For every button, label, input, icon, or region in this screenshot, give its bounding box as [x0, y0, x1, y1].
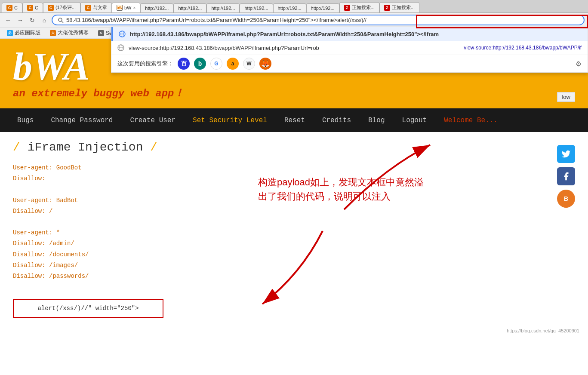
tab-label-10: http://192... — [278, 6, 302, 11]
tab-label-6: http://192... — [145, 6, 169, 11]
content-area: / iFrame Injection / User-agent: GoodBot… — [13, 141, 548, 318]
browser-tabs: C C C C C (17条评... C 与文章 bW bW × http://… — [0, 0, 588, 13]
nav-credits[interactable]: Credits — [314, 109, 360, 132]
nav-set-security-level[interactable]: Set Security Level — [184, 109, 276, 132]
svg-line-1 — [62, 21, 63, 23]
tab-6[interactable]: http://192... — [140, 3, 173, 12]
robots-line-5: Disallow: / — [13, 206, 548, 217]
globe-icon — [119, 31, 126, 37]
tab-10[interactable]: http://192... — [273, 3, 306, 12]
bookmark-biyingjb[interactable]: 必 必应国际版 — [3, 28, 44, 37]
nav-bar: Bugs Change Password Create User Set Sec… — [0, 108, 588, 132]
nav-create-user[interactable]: Create User — [121, 109, 184, 132]
reload-button[interactable]: ↻ — [28, 15, 37, 25]
tab-label-11: http://192... — [311, 6, 335, 11]
tab-4[interactable]: C 与文章 — [80, 2, 112, 12]
security-badge: low — [557, 92, 575, 102]
search-engines-label: 这次要用的搜索引擎： — [117, 60, 173, 68]
address-bar-row: ← → ↻ ⌂ — [0, 13, 588, 28]
settings-icon[interactable]: ⚙ — [576, 60, 582, 68]
tab-close-bwapp[interactable]: × — [133, 6, 135, 10]
tab-favicon-3: C — [48, 5, 54, 11]
tab-9[interactable]: http://192... — [240, 3, 273, 12]
payload-container: alert(/xss/)//" width="250"> — [13, 290, 548, 318]
address-input[interactable] — [66, 17, 579, 23]
autocomplete-dropdown: http://192.168.43.186/bwapp/bWAPP/iframe… — [111, 27, 588, 73]
payload-box: alert(/xss/)//" width="250"> — [13, 299, 163, 318]
autocomplete-text-2: view-source:http://192.168.43.186/bwapp/… — [129, 45, 453, 51]
tab-label-9: http://192... — [244, 6, 268, 11]
tab-12[interactable]: Z 正如搜索... — [339, 2, 379, 12]
tab-7[interactable]: http://192... — [173, 3, 206, 12]
tab-label-12: 正如搜索... — [352, 4, 375, 11]
nav-blog[interactable]: Blog — [360, 109, 393, 132]
bookmark-favicon-2: 大 — [50, 30, 56, 36]
nav-bugs[interactable]: Bugs — [9, 109, 42, 132]
autocomplete-item-1[interactable]: http://192.168.43.186/bwapp/bWAPP/iframe… — [111, 27, 588, 41]
bwapp-subtitle: an extremely buggy web app！ — [13, 86, 184, 102]
tab-label-4: 与文章 — [93, 4, 107, 11]
robots-line-11: Disallow: /passwords/ — [13, 271, 548, 282]
blogger-icon[interactable]: B — [557, 190, 575, 208]
slash-left: / — [13, 141, 20, 154]
tab-bwapp[interactable]: bW bW × — [112, 3, 140, 12]
main-content: / iFrame Injection / User-agent: GoodBot… — [0, 132, 588, 326]
bookmark-label-1: 必应国际版 — [15, 29, 40, 37]
slash-right: / — [150, 141, 157, 154]
history-icon — [117, 44, 124, 51]
tab-label-bwapp: bW — [124, 5, 132, 10]
facebook-icon[interactable] — [557, 167, 575, 185]
autocomplete-text-1: http://192.168.43.186/bwapp/bWAPP/iframe… — [130, 31, 582, 37]
autocomplete-sub-2: — view-source:http://192.168.43.186/bwap… — [457, 45, 582, 51]
tab-8[interactable]: http://192... — [206, 3, 240, 12]
page-content: bWA an extremely buggy web app！ low Bugs… — [0, 39, 588, 337]
nav-change-password[interactable]: Change Password — [42, 109, 121, 132]
search-engines-row: 这次要用的搜索引擎： 百 b G a W 🦊 ⚙ — [111, 55, 588, 72]
robots-content: User-agent: GoodBot Disallow: User-agent… — [13, 163, 548, 282]
autocomplete-item-2[interactable]: view-source:http://192.168.43.186/bwapp/… — [111, 41, 588, 55]
tab-label-7: http://192... — [178, 6, 202, 11]
search-engine-bing[interactable]: b — [194, 58, 206, 70]
forward-button[interactable]: → — [15, 15, 25, 25]
tab-favicon-bwapp: bW — [117, 5, 123, 11]
tab-label-8: http://192... — [211, 6, 235, 11]
search-engine-wiki[interactable]: W — [243, 58, 255, 70]
search-engine-firefox[interactable]: 🦊 — [259, 58, 271, 70]
bookmark-favicon-1: 必 — [7, 30, 13, 36]
twitter-icon[interactable] — [557, 145, 575, 163]
social-sidebar: B — [548, 141, 575, 318]
back-button[interactable]: ← — [3, 15, 13, 25]
nav-welcome[interactable]: Welcome Be... — [435, 109, 506, 132]
tab-favicon-13: Z — [384, 5, 390, 11]
robots-line-6 — [13, 217, 548, 227]
tab-favicon-12: Z — [344, 5, 350, 11]
page-section-title: / iFrame Injection / — [13, 141, 548, 154]
robots-line-2: Disallow: — [13, 173, 548, 184]
robots-line-8: Disallow: /admin/ — [13, 238, 548, 249]
tab-13[interactable]: Z 正如搜索... — [379, 2, 419, 12]
tab-label-3: (17条评... — [55, 4, 76, 11]
nav-reset[interactable]: Reset — [276, 109, 314, 132]
tab-favicon-1: C — [6, 5, 12, 11]
bookmark-label-2: 大佬优秀博客 — [58, 29, 89, 37]
tab-label-13: 正如搜索... — [392, 4, 415, 11]
tab-11[interactable]: http://192... — [306, 3, 339, 12]
tab-label-1: C — [14, 5, 18, 10]
robots-line-4: User-agent: BadBot — [13, 195, 548, 206]
robots-line-9: Disallow: /documents/ — [13, 249, 548, 260]
search-engine-amazon[interactable]: a — [227, 58, 239, 70]
bookmark-dalaoblog[interactable]: 大 大佬优秀博客 — [46, 28, 92, 37]
bookmark-favicon-3: S — [98, 30, 104, 36]
search-engine-google[interactable]: G — [210, 58, 222, 70]
footer-note: https://blog.csdn.net/qq_45200901 — [0, 326, 588, 337]
tab-favicon-2: C — [27, 5, 33, 11]
robots-line-1: User-agent: GoodBot — [13, 163, 548, 173]
search-engine-baidu[interactable]: 百 — [178, 58, 190, 70]
tab-3[interactable]: C (17条评... — [43, 2, 80, 12]
search-icon — [58, 17, 64, 23]
nav-logout[interactable]: Logout — [394, 109, 436, 132]
address-input-wrapper — [52, 15, 585, 25]
tab-2[interactable]: C C — [22, 3, 43, 12]
home-button[interactable]: ⌂ — [40, 15, 49, 25]
tab-1[interactable]: C C — [2, 3, 22, 12]
